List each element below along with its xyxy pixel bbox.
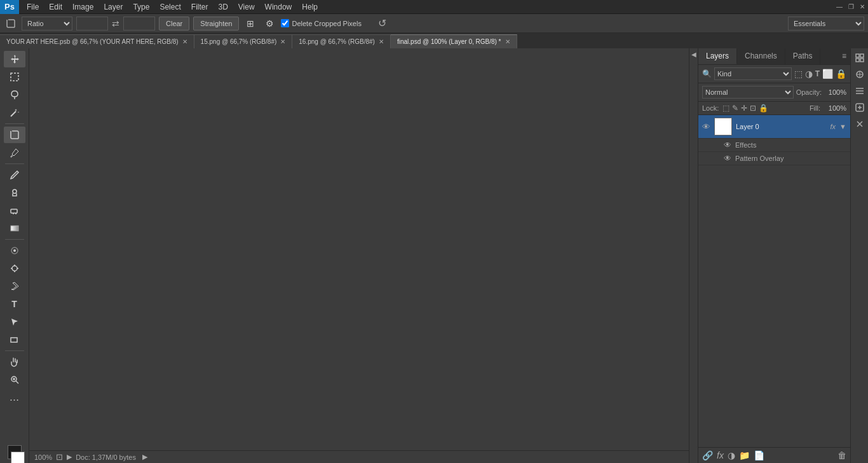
path-select-tool[interactable] [4,314,25,330]
link-layers-button[interactable]: 🔗 [702,450,713,460]
new-layer-button[interactable]: 📄 [754,450,764,460]
menu-type[interactable]: Type [128,1,154,13]
channels-tab[interactable]: Channels [737,48,785,64]
menu-select[interactable]: Select [154,1,186,13]
layer-fx-label[interactable]: fx [831,123,836,130]
delete-cropped-checkbox[interactable]: Delete Cropped Pixels [281,19,361,27]
add-effect-button[interactable]: fx [717,450,724,460]
magic-wand-tool[interactable] [4,104,25,121]
straighten-button[interactable]: Straighten [193,17,239,31]
tab-1[interactable]: 15.png @ 66,7% (RGB/8#) ✕ [194,34,293,48]
layer-item-0[interactable]: 👁 Layer 0 fx ▼ [698,115,850,139]
lasso-tool[interactable] [4,86,25,103]
main-layout: T … [0,48,868,463]
maximize-button[interactable]: ❐ [846,3,855,11]
crop-tool[interactable] [4,127,25,143]
add-mask-button[interactable]: ◑ [728,450,735,460]
marquee-tool[interactable] [4,69,25,85]
delete-layer-button[interactable]: 🗑 [837,450,846,460]
lock-artboard-icon[interactable]: ⊡ [750,104,756,113]
rtool-5[interactable] [853,117,867,131]
tab-0[interactable]: YOUR ART HERE.psb @ 66,7% (YOUR ART HERE… [0,34,194,48]
menu-view[interactable]: View [233,1,260,13]
menu-image[interactable]: Image [67,1,98,13]
type-layer-icon[interactable]: T [815,69,820,78]
height-input[interactable] [123,17,155,31]
new-group-button[interactable]: 📁 [739,450,750,460]
menu-filter[interactable]: Filter [186,1,214,13]
minimize-button[interactable]: — [835,3,844,11]
hand-tool[interactable] [4,354,25,370]
tab-2-close[interactable]: ✕ [379,38,384,45]
undo-button[interactable]: ↺ [378,17,386,29]
rtool-4[interactable] [853,100,867,114]
menu-window[interactable]: Window [260,1,297,13]
pattern-overlay-visibility-icon[interactable]: 👁 [724,154,731,163]
lock-paint-icon[interactable]: ✎ [732,104,738,113]
ratio-select[interactable]: Ratio [22,17,72,31]
menu-items: File Edit Image Layer Type Select Filter… [22,1,323,13]
menu-3d[interactable]: 3D [213,1,233,13]
svg-line-1 [11,111,16,116]
search-icon[interactable]: 🔍 [702,69,712,78]
eyedropper-tool[interactable] [4,144,25,161]
tab-2[interactable]: 16.png @ 66,7% (RGB/8#) ✕ [292,34,391,48]
arrow-icon: ▶ [67,453,72,461]
swap-icon[interactable]: ⇄ [112,18,119,29]
rtool-1[interactable] [853,51,867,65]
zoom-tool[interactable] [4,371,25,388]
rtool-2[interactable] [853,67,867,81]
effects-visibility-icon[interactable]: 👁 [724,141,731,149]
width-input[interactable] [76,17,108,31]
pen-tool[interactable] [4,278,25,294]
type-tool[interactable]: T [4,296,25,312]
gradient-tool[interactable] [4,220,25,237]
layers-tab[interactable]: Layers [698,48,737,64]
panel-toggle[interactable]: ◀ [689,48,698,463]
layer-expand-icon[interactable]: ▼ [839,123,846,130]
more-tools[interactable]: … [4,389,25,406]
close-button[interactable]: ✕ [858,3,867,11]
panel-menu-button[interactable]: ≡ [838,48,850,64]
tab-0-close[interactable]: ✕ [182,38,187,45]
blend-mode-select[interactable]: Normal [702,86,794,99]
kind-select[interactable]: Kind [714,67,792,80]
shape-tool[interactable] [4,331,25,348]
effects-item[interactable]: 👁 Effects [698,139,850,152]
opacity-value[interactable]: 100% [824,88,846,96]
background-color[interactable] [11,452,25,463]
menu-edit[interactable]: Edit [44,1,67,13]
pixel-layer-icon[interactable]: ⬚ [794,69,803,79]
smart-object-icon[interactable]: 🔒 [836,69,846,79]
adjustment-layer-icon[interactable]: ◑ [805,69,813,79]
menu-help[interactable]: Help [297,1,323,13]
svg-rect-0 [11,73,18,81]
move-tool[interactable] [4,51,25,67]
screen-mode-icon[interactable]: ⊡ [56,452,63,462]
blur-tool[interactable] [4,242,25,259]
svg-point-6 [13,249,16,252]
dodge-tool[interactable] [4,260,25,277]
stamp-tool[interactable] [4,184,25,201]
tab-3[interactable]: final.psd @ 100% (Layer 0, RGB/8) * ✕ [391,34,517,48]
layer-visibility-icon[interactable]: 👁 [702,122,710,132]
grid-icon[interactable]: ⊞ [243,17,258,31]
lock-all-icon[interactable]: 🔒 [759,104,768,113]
brush-tool[interactable] [4,167,25,183]
lock-transparency-icon[interactable]: ⬚ [722,104,729,113]
rtool-3[interactable] [853,84,867,98]
shape-layer-icon[interactable]: ⬜ [822,69,833,79]
paths-tab[interactable]: Paths [785,48,821,64]
tab-1-close[interactable]: ✕ [280,38,285,45]
menu-file[interactable]: File [22,1,44,13]
settings-icon[interactable]: ⚙ [262,17,277,31]
fill-value[interactable]: 100% [824,104,846,112]
tab-3-close[interactable]: ✕ [505,38,510,45]
lock-move-icon[interactable]: ✛ [741,104,747,113]
eraser-tool[interactable] [4,202,25,219]
clear-button[interactable]: Clear [159,17,189,31]
pattern-overlay-item[interactable]: 👁 Pattern Overlay [698,152,850,165]
lock-row: Lock: ⬚ ✎ ✛ ⊡ 🔒 Fill: 100% [698,102,850,115]
essentials-select[interactable]: Essentials [788,17,864,31]
menu-layer[interactable]: Layer [98,1,128,13]
